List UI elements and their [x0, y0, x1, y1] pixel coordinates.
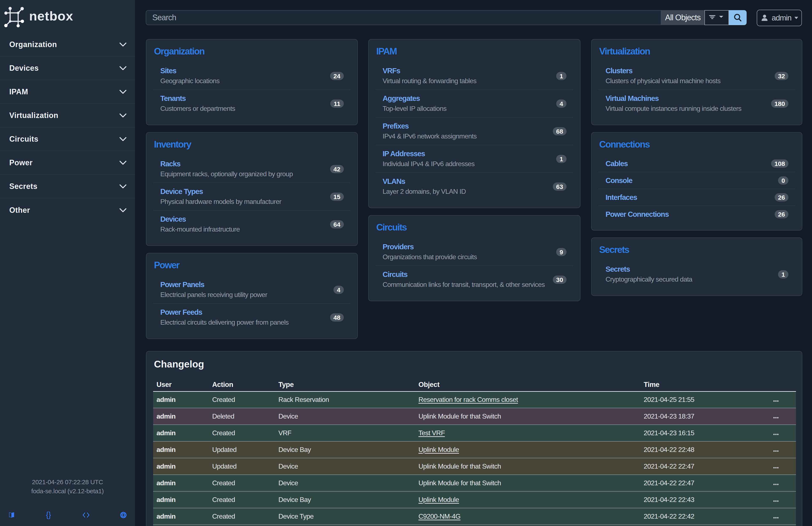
svg-text:{}: {} — [46, 511, 51, 519]
svg-text:netbox: netbox — [29, 9, 73, 23]
